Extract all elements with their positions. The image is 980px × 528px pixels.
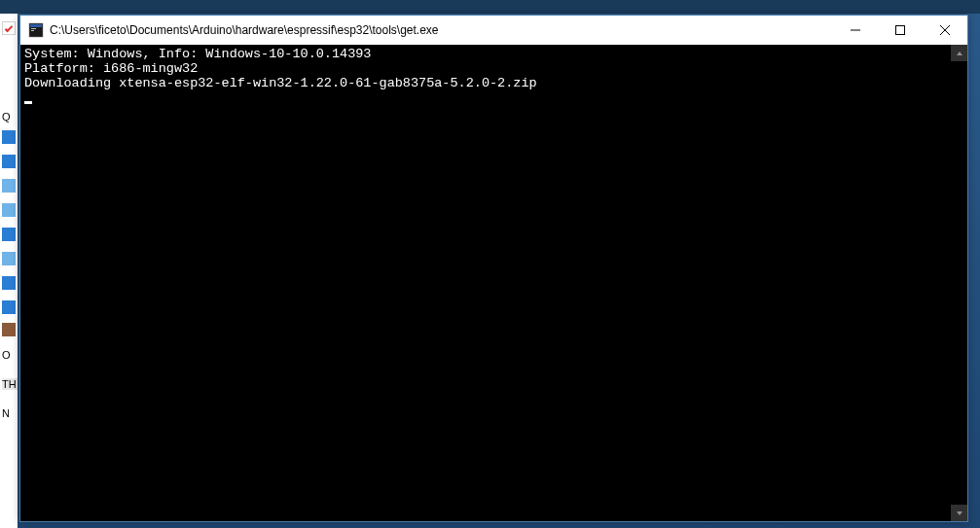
bg-label-n: N xyxy=(2,407,10,419)
scroll-track[interactable] xyxy=(951,61,967,505)
minimize-button[interactable] xyxy=(833,16,878,45)
background-header xyxy=(0,0,980,14)
bg-icon xyxy=(2,252,16,265)
bg-icon xyxy=(2,155,16,168)
bg-icon xyxy=(2,323,16,336)
bg-icon xyxy=(2,21,16,35)
bg-label-o: O xyxy=(2,349,11,361)
scroll-down-button[interactable] xyxy=(951,505,967,521)
console-output: System: Windows, Info: Windows-10-10.0.1… xyxy=(20,45,951,521)
svg-rect-1 xyxy=(30,24,42,27)
console-line: Platform: i686-mingw32 xyxy=(24,61,198,76)
console-cursor xyxy=(24,101,32,104)
bg-icon xyxy=(2,179,16,193)
svg-rect-5 xyxy=(896,26,905,35)
scroll-up-button[interactable] xyxy=(951,45,967,61)
console-line: Downloading xtensa-esp32-elf-win32-1.22.… xyxy=(24,76,537,90)
window-controls xyxy=(833,16,967,45)
svg-marker-9 xyxy=(957,511,962,515)
bg-label-th: TH xyxy=(2,378,18,390)
bg-icon xyxy=(2,203,16,217)
bg-icon xyxy=(2,228,16,241)
bg-icon xyxy=(2,130,16,144)
svg-rect-2 xyxy=(31,28,36,29)
bg-label-q: Q xyxy=(2,111,11,123)
window-title: C:\Users\ficeto\Documents\Arduino\hardwa… xyxy=(50,23,833,37)
titlebar[interactable]: C:\Users\ficeto\Documents\Arduino\hardwa… xyxy=(20,16,967,45)
svg-rect-3 xyxy=(31,30,34,31)
bg-icon xyxy=(2,300,16,314)
console-area[interactable]: System: Windows, Info: Windows-10-10.0.1… xyxy=(20,45,967,521)
background-sidebar: Q O TH N xyxy=(0,14,18,528)
vertical-scrollbar[interactable] xyxy=(951,45,967,521)
console-window: C:\Users\ficeto\Documents\Arduino\hardwa… xyxy=(19,15,968,522)
console-line: System: Windows, Info: Windows-10-10.0.1… xyxy=(24,47,371,61)
svg-marker-8 xyxy=(957,52,962,55)
bg-icon xyxy=(2,276,16,290)
app-icon xyxy=(28,22,44,38)
close-button[interactable] xyxy=(923,16,967,45)
maximize-button[interactable] xyxy=(878,16,923,45)
